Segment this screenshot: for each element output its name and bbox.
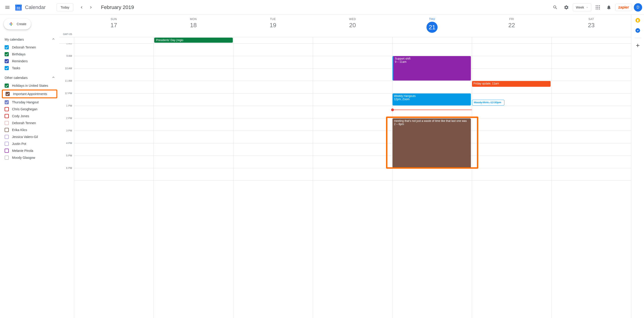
bell-icon [606,5,612,10]
zapier-extension[interactable]: zapier [615,4,632,11]
day-header[interactable]: MON18 [154,15,233,37]
calendar-checkbox[interactable] [4,84,9,88]
my-calendars-toggle[interactable]: My calendars [2,35,59,44]
now-indicator [392,110,472,110]
hour-label: 1 PM [59,104,74,117]
plus-icon [8,21,14,27]
calendar-checkbox[interactable] [4,52,9,56]
settings-button[interactable] [562,3,571,12]
calendar-item[interactable]: Reminders [2,58,59,65]
day-header[interactable]: SAT23 [552,15,631,37]
calendar-item[interactable]: Justin Pot [2,140,59,147]
calendar-event[interactable]: Moody:Mele, 12:30pm [472,100,504,106]
day-column[interactable]: Support shift9 – 11amWeekly Hangouts12pm… [392,44,472,318]
my-calendars-title: My calendars [4,38,24,41]
day-header[interactable]: FRI22 [472,15,551,37]
calendar-item[interactable]: Tasks [2,65,59,72]
calendar-checkbox[interactable] [4,135,9,139]
hour-label: 11 AM [59,79,74,92]
search-icon [553,5,558,10]
calendar-checkbox[interactable] [4,149,9,153]
calendar-item[interactable]: Erika Klics [2,127,59,133]
hour-label: 2 PM [59,117,74,129]
calendar-item[interactable]: Thursday Hangout [2,99,59,106]
calendar-item[interactable]: Jessica Valero-Gil [2,133,59,140]
calendar-checkbox[interactable] [6,92,10,96]
apps-icon [596,5,600,9]
calendar-item[interactable]: Chris Geoghegan [2,106,59,113]
svg-rect-2 [16,4,17,5]
calendar-checkbox[interactable] [4,59,9,63]
hour-label: 4 PM [59,142,74,154]
day-column[interactable] [552,44,631,318]
calendar-checkbox[interactable] [4,142,9,146]
calendar-label: Deborah Tennen [12,45,36,49]
calendar-event[interactable]: Friday update, 11am [472,81,550,87]
calendar-label: Reminders [12,59,28,63]
calendar-event[interactable]: Support shift9 – 11am [392,56,471,81]
calendar-item[interactable]: Birthdays [2,51,59,58]
calendar-item[interactable]: Cody Jones [2,113,59,120]
day-header[interactable]: TUE19 [233,15,313,37]
calendar-checkbox[interactable] [4,114,9,118]
next-week-button[interactable] [86,3,96,12]
hour-label: 5 PM [59,154,74,167]
day-column[interactable] [154,44,233,318]
gear-icon [564,5,569,10]
calendar-checkbox[interactable] [4,121,9,125]
calendar-label: Cody Jones [12,114,29,118]
tasks-icon[interactable] [635,28,640,33]
nav-arrows [77,3,96,12]
calendar-main: GMT-05 SUN17MON18TUE19WED20THU21FRI22SAT… [59,15,644,318]
allday-event[interactable]: Presidents' Day (regio [154,38,232,43]
view-selector[interactable]: Week [573,3,591,11]
day-header[interactable]: WED20 [313,15,392,37]
calendar-label: Deborah Tennen [12,121,36,125]
calendar-event[interactable]: Weekly Hangouts12pm, Zoom [392,93,471,106]
calendar-item[interactable]: Deborah Tennen [2,44,59,51]
calendar-label: Important Appointments [13,92,47,96]
other-calendars-toggle[interactable]: Other calendars [2,73,59,82]
day-header[interactable]: SUN17 [74,15,154,37]
calendar-checkbox[interactable] [4,100,9,104]
keep-icon[interactable] [635,17,640,23]
main-menu-button[interactable] [2,2,13,13]
hour-label: 3 PM [59,129,74,142]
notifications-button[interactable] [604,3,614,12]
create-button[interactable]: Create [4,18,31,29]
calendar-label: Jessica Valero-Gil [12,135,38,139]
add-addon-icon[interactable] [635,43,640,48]
timezone-label: GMT-05 [59,15,74,37]
view-label: Week [576,5,584,9]
calendar-checkbox[interactable] [4,107,9,111]
prev-week-button[interactable] [77,3,86,12]
calendar-label: Justin Pot [12,142,26,146]
sidebar: Create My calendars Deborah TennenBirthd… [0,15,59,318]
search-button[interactable] [550,3,560,12]
day-header[interactable]: THU21 [392,15,472,37]
today-button[interactable]: Today [57,3,73,11]
hour-label: 10 AM [59,67,74,79]
calendar-label: Moody Glasgow [12,156,35,159]
calendar-label: Chris Geoghegan [12,107,38,111]
chevron-right-icon [88,5,93,10]
current-month: February 2019 [101,4,134,10]
calendar-item[interactable]: Deborah Tennen [2,120,59,127]
calendar-checkbox[interactable] [4,156,9,160]
day-column[interactable] [313,44,392,318]
calendar-checkbox[interactable] [4,45,9,49]
apps-button[interactable] [593,3,602,12]
day-column[interactable] [233,44,313,318]
calendar-checkbox[interactable] [4,128,9,132]
calendar-checkbox[interactable] [4,66,9,70]
calendar-event[interactable]: meeting that's not just a waste of time … [392,118,471,168]
calendar-item[interactable]: Moody Glasgow [2,154,59,161]
calendar-grid[interactable]: 8 AM9 AM10 AM11 AM12 PM1 PM2 PM3 PM4 PM5… [59,44,631,318]
calendar-item[interactable]: Melanie Pinola [2,147,59,154]
app-title: Calendar [25,4,46,10]
account-avatar[interactable]: D [634,3,642,11]
calendar-item[interactable]: Important Appointments [3,90,56,97]
day-column[interactable]: Friday update, 11amMoody:Mele, 12:30pm [472,44,551,318]
day-column[interactable] [74,44,154,318]
calendar-item[interactable]: Holidays in United States [2,82,59,89]
